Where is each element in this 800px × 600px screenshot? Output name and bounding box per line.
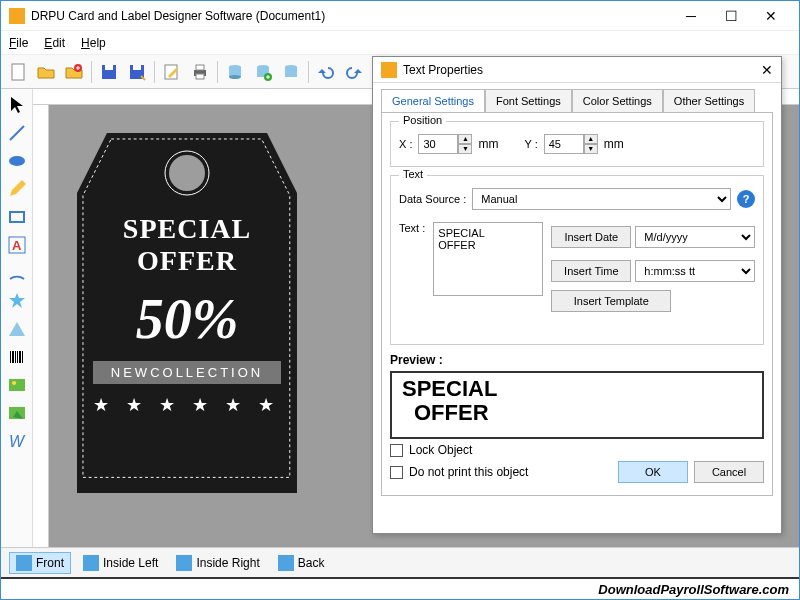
wordart-tool[interactable]: W bbox=[5, 429, 29, 453]
tab-font[interactable]: Font Settings bbox=[485, 89, 572, 112]
tab-inside-left[interactable]: Inside Left bbox=[77, 553, 164, 573]
svg-rect-3 bbox=[105, 65, 113, 70]
menubar: File Edit Help bbox=[1, 31, 799, 55]
y-down[interactable]: ▼ bbox=[584, 144, 598, 154]
y-spinner[interactable]: ▲▼ bbox=[544, 134, 598, 154]
dialog-close-button[interactable]: ✕ bbox=[761, 62, 773, 78]
db-refresh-button[interactable] bbox=[278, 59, 304, 85]
redo-button[interactable] bbox=[341, 59, 367, 85]
page-icon bbox=[278, 555, 294, 571]
noprint-checkbox[interactable]: Do not print this object bbox=[390, 465, 612, 479]
x-spinner[interactable]: ▲▼ bbox=[418, 134, 472, 154]
save-button[interactable] bbox=[96, 59, 122, 85]
tab-general[interactable]: General Settings bbox=[381, 89, 485, 112]
text-tool[interactable]: A bbox=[5, 233, 29, 257]
image-tool[interactable] bbox=[5, 373, 29, 397]
x-input[interactable] bbox=[418, 134, 458, 154]
datasource-select[interactable]: Manual bbox=[472, 188, 731, 210]
star-tool[interactable] bbox=[5, 289, 29, 313]
position-legend: Position bbox=[399, 114, 446, 126]
dialog-tabs: General Settings Font Settings Color Set… bbox=[373, 83, 781, 112]
close-button[interactable]: ✕ bbox=[751, 2, 791, 30]
tab-inside-right[interactable]: Inside Right bbox=[170, 553, 265, 573]
tab-front[interactable]: Front bbox=[9, 552, 71, 574]
tag-stars: ★ ★ ★ ★ ★ ★ bbox=[85, 394, 289, 416]
time-format-select[interactable]: h:mm:ss tt bbox=[635, 260, 755, 282]
tab-other[interactable]: Other Settings bbox=[663, 89, 755, 112]
help-icon[interactable]: ? bbox=[737, 190, 755, 208]
dialog-titlebar: Text Properties ✕ bbox=[373, 57, 781, 83]
ok-button[interactable]: OK bbox=[618, 461, 688, 483]
db-add-button[interactable] bbox=[250, 59, 276, 85]
page-icon bbox=[16, 555, 32, 571]
date-format-select[interactable]: M/d/yyyy bbox=[635, 226, 755, 248]
cancel-button[interactable]: Cancel bbox=[694, 461, 764, 483]
menu-edit[interactable]: Edit bbox=[44, 36, 65, 50]
svg-rect-27 bbox=[19, 351, 21, 363]
x-unit: mm bbox=[478, 137, 498, 151]
svg-point-19 bbox=[9, 156, 25, 166]
tag-content: SPECIAL OFFER 50% NEWCOLLECTION ★ ★ ★ ★ … bbox=[67, 213, 307, 503]
insert-date-button[interactable]: Insert Date bbox=[551, 226, 631, 248]
print-button[interactable] bbox=[187, 59, 213, 85]
x-down[interactable]: ▼ bbox=[458, 144, 472, 154]
dialog-icon bbox=[381, 62, 397, 78]
preview-line2: OFFER bbox=[402, 401, 752, 425]
pointer-tool[interactable] bbox=[5, 93, 29, 117]
menu-file[interactable]: File bbox=[9, 36, 28, 50]
insert-template-button[interactable]: Insert Template bbox=[551, 290, 671, 312]
x-label: X : bbox=[399, 138, 412, 150]
minimize-button[interactable]: ─ bbox=[671, 2, 711, 30]
side-toolbox: A W bbox=[1, 89, 33, 547]
y-input[interactable] bbox=[544, 134, 584, 154]
tab-back[interactable]: Back bbox=[272, 553, 331, 573]
footer-text: DownloadPayrollSoftware.com bbox=[598, 582, 789, 597]
triangle-tool[interactable] bbox=[5, 317, 29, 341]
lock-checkbox[interactable]: Lock Object bbox=[390, 443, 764, 457]
svg-point-12 bbox=[229, 75, 241, 79]
open-button[interactable] bbox=[33, 59, 59, 85]
page-icon bbox=[176, 555, 192, 571]
saveas-button[interactable] bbox=[124, 59, 150, 85]
library-tool[interactable] bbox=[5, 401, 29, 425]
y-label: Y : bbox=[524, 138, 537, 150]
new-button[interactable] bbox=[5, 59, 31, 85]
datasource-label: Data Source : bbox=[399, 193, 466, 205]
text-legend: Text bbox=[399, 168, 427, 180]
menu-help[interactable]: Help bbox=[81, 36, 106, 50]
text-fieldset: Text Data Source : Manual ? Text : SPECI… bbox=[390, 175, 764, 345]
svg-rect-26 bbox=[17, 351, 18, 363]
checkbox-icon bbox=[390, 466, 403, 479]
insert-time-button[interactable]: Insert Time bbox=[551, 260, 631, 282]
tab-color[interactable]: Color Settings bbox=[572, 89, 663, 112]
dialog-panel: Position X : ▲▼ mm Y : ▲▼ mm Text D bbox=[381, 112, 773, 496]
tag-text-special: SPECIAL bbox=[85, 213, 289, 245]
open-delete-button[interactable] bbox=[61, 59, 87, 85]
pencil-tool[interactable] bbox=[5, 177, 29, 201]
y-unit: mm bbox=[604, 137, 624, 151]
svg-rect-20 bbox=[10, 212, 24, 222]
barcode-tool[interactable] bbox=[5, 345, 29, 369]
y-up[interactable]: ▲ bbox=[584, 134, 598, 144]
ellipse-tool[interactable] bbox=[5, 149, 29, 173]
svg-rect-25 bbox=[15, 351, 16, 363]
app-icon bbox=[9, 8, 25, 24]
svg-point-33 bbox=[169, 155, 205, 191]
svg-rect-29 bbox=[9, 379, 25, 391]
footer: DownloadPayrollSoftware.com bbox=[1, 577, 799, 599]
edit-button[interactable] bbox=[159, 59, 185, 85]
db-button[interactable] bbox=[222, 59, 248, 85]
undo-button[interactable] bbox=[313, 59, 339, 85]
maximize-button[interactable]: ☐ bbox=[711, 2, 751, 30]
position-fieldset: Position X : ▲▼ mm Y : ▲▼ mm bbox=[390, 121, 764, 167]
line-tool[interactable] bbox=[5, 121, 29, 145]
window-title: DRPU Card and Label Designer Software (D… bbox=[31, 9, 671, 23]
preview-label: Preview : bbox=[390, 353, 764, 367]
rect-tool[interactable] bbox=[5, 205, 29, 229]
text-textarea[interactable]: SPECIAL OFFER bbox=[433, 222, 543, 296]
svg-text:A: A bbox=[12, 238, 22, 253]
arc-tool[interactable] bbox=[5, 261, 29, 285]
tag-label[interactable]: SPECIAL OFFER 50% NEWCOLLECTION ★ ★ ★ ★ … bbox=[67, 123, 307, 503]
ruler-vertical bbox=[33, 105, 49, 547]
x-up[interactable]: ▲ bbox=[458, 134, 472, 144]
